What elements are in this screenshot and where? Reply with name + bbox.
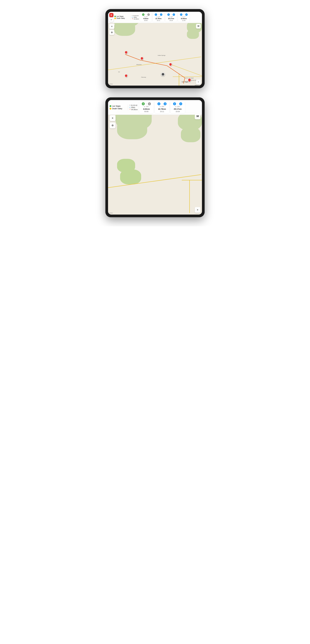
leg-card-2[interactable]: 1 → 2 ⊘ 308° 22.78nm 15:11 — [153, 13, 164, 22]
route-info-2: Las Vegas Death Valley — [110, 105, 126, 110]
map-type-button-2[interactable]: 🗺 — [195, 114, 200, 119]
waypoint-4[interactable] — [125, 74, 128, 78]
zoom-controls-1: + — [196, 80, 201, 84]
settings-button-1[interactable]: ⚙ — [109, 30, 114, 35]
leg-card-2-1[interactable]: G → 1 ⊘ 338° 4.63nm 03:05 — [139, 101, 154, 114]
bearing-icon: ⊘ — [144, 16, 145, 18]
leg-3-bearing-val: 269° — [171, 16, 173, 18]
leg-2-to-badge: 2 — [160, 14, 162, 16]
leg-2-arrow: → — [158, 14, 159, 16]
leg-card-4[interactable]: 3 → 4 ⊘ 277° 16.65nm 11:05 — [178, 13, 190, 22]
route-from-2: Las Vegas — [110, 105, 126, 107]
distance-value-2: 94.06nm — [131, 109, 138, 110]
duration-value: 01:02:42 — [133, 15, 139, 16]
leg-4-bearing: ⊘ 277° — [182, 16, 186, 18]
bearing-icon-2-1: ⊘ — [144, 106, 145, 108]
bearing-icon-2-3: ⊘ — [175, 106, 176, 108]
waypoint-3[interactable] — [169, 63, 172, 67]
leg-2-dist: 22.78nm — [155, 18, 161, 20]
list-button-2[interactable]: ≡ — [110, 115, 116, 121]
time-2-1: 03:05 — [144, 110, 149, 112]
karten-watermark-2: Karten — [109, 212, 113, 214]
leg-1-bearing: ⊘ 338° — [144, 16, 148, 18]
leg-4-header: 3 → 4 — [180, 14, 188, 16]
map-background-2: Indian Springs Pahrump Paradise Spring V… — [108, 100, 202, 214]
list-button-1[interactable]: ≡ — [109, 24, 114, 29]
map-btn-1[interactable]: 🗺 — [196, 24, 201, 29]
distance-value: 94.06nm — [134, 18, 139, 20]
zoom-in-button-2[interactable]: + — [195, 207, 200, 213]
zoom-in-button-1[interactable]: + — [196, 80, 201, 84]
to-indicator — [114, 18, 116, 19]
header-strip-1: 🗑 ↩ Las Vegas Death Valley — [108, 12, 202, 23]
delete-button[interactable]: 🗑 — [109, 13, 114, 17]
badge-2-1-from: G — [142, 102, 145, 105]
leg-1-to-badge: 1 — [147, 14, 150, 16]
leg-3-arrow: → — [170, 14, 172, 16]
leg-1-arrow: → — [145, 14, 147, 16]
leg-3-header: 2 → 3 — [167, 14, 175, 16]
dist-2-2: 22.78nm — [158, 108, 166, 110]
leg-card-3[interactable]: 2 → 3 ⊘ 269° 29.17nm 19:26 — [165, 13, 177, 22]
navigation-panel-2: Las Vegas Death Valley ⏱ 01:02:42 💨 — [108, 100, 202, 115]
duration-value-2: 01:02:42 — [131, 104, 137, 106]
leg-1-from-badge: G — [142, 14, 145, 16]
side-controls-2: ≡ ⚙ — [110, 115, 116, 128]
leg-4-bearing-val: 277° — [183, 16, 186, 18]
leg-3-bearing: ⊘ 269° — [169, 16, 173, 18]
waypoint-1[interactable] — [125, 51, 128, 55]
leg-card-1[interactable]: G → 1 ⊘ 338° 4.63nm 03:05 — [140, 13, 152, 22]
arrow-2-2: → — [161, 103, 163, 105]
route-line-2 — [108, 100, 202, 214]
action-buttons: 🗑 ↩ — [109, 13, 114, 22]
karten-text-2: Karten — [109, 212, 113, 214]
clock-icon-2: ⏱ — [129, 104, 131, 106]
route-from: Las Vegas — [114, 16, 130, 17]
stat-duration: ⏱ 01:02:42 — [132, 15, 139, 16]
from-label: Las Vegas — [117, 16, 124, 17]
waypoint-destination[interactable] — [188, 78, 191, 82]
stat-duration-2: ⏱ 01:02:42 — [129, 104, 138, 106]
badge-2-2-to: 2 — [163, 102, 166, 105]
leg-4-dist: 16.65nm — [181, 18, 187, 20]
to-label-2: Death Valley — [112, 108, 122, 110]
bearing-val-2-2: 308° — [161, 106, 164, 108]
legs-strip-2: G → 1 ⊘ 338° 4.63nm 03:05 1 — [139, 101, 200, 114]
clock-icon: ⏱ — [132, 15, 133, 16]
bearing-icon-2: ⊘ — [156, 16, 157, 18]
settings-button-2[interactable]: ⚙ — [110, 122, 116, 128]
leg-3-to-badge: 3 — [173, 14, 175, 16]
bearing-2-2: ⊘ 308° — [159, 106, 164, 108]
badge-2-3-from: 2 — [173, 102, 176, 105]
stat-dist-2: 📍 94.06nm — [129, 109, 138, 110]
karten-text-1: Karten — [109, 83, 113, 85]
tablet-device-1: Indian Springs Pahrump Las Vegas North L… — [105, 9, 205, 88]
badge-2-1-to: 1 — [148, 102, 151, 105]
dist-2-1: 4.63nm — [143, 108, 150, 110]
map-type-button-1[interactable]: 🗺 — [196, 24, 201, 29]
leg-card-2-3[interactable]: 2 → 3 ⊘ 269° 29.17nm 19:26 — [170, 101, 185, 114]
map-btn-2[interactable]: 🗺 — [195, 114, 200, 119]
arrow-2-1: → — [146, 103, 147, 105]
route-to-2: Death Valley — [110, 108, 126, 110]
route-stats-2: ⏱ 01:02:42 💨 90kts 📍 94.06nm — [128, 104, 138, 110]
leg-3-time: 19:26 — [169, 20, 173, 21]
current-position — [161, 72, 165, 76]
leg-4-time: 11:05 — [182, 20, 185, 21]
waypoint-2[interactable] — [141, 57, 144, 61]
leg-card-2-2[interactable]: 1 → 2 ⊘ 308° 22.78nm 15:11 — [155, 101, 169, 114]
speed-icon-2: 💨 — [129, 107, 131, 108]
stat-speed-2: 💨 90kts — [129, 106, 138, 108]
bearing-val-2-3: 269° — [177, 106, 180, 108]
side-controls-1: ≡ ⚙ — [109, 24, 114, 35]
to-indicator-2 — [110, 108, 111, 110]
to-label: Death Valley — [117, 18, 125, 19]
leg-2-time: 15:11 — [157, 20, 160, 21]
bearing-2-3: ⊘ 269° — [175, 106, 180, 108]
tablet-screen-2: Indian Springs Pahrump Paradise Spring V… — [108, 100, 202, 214]
undo-button[interactable]: ↩ — [109, 18, 114, 22]
dist-2-3: 29.17nm — [174, 108, 182, 110]
leg-1-dist: 4.63nm — [143, 18, 148, 20]
arrow-2-3: → — [177, 103, 178, 105]
route-info: Las Vegas Death Valley — [114, 16, 130, 19]
